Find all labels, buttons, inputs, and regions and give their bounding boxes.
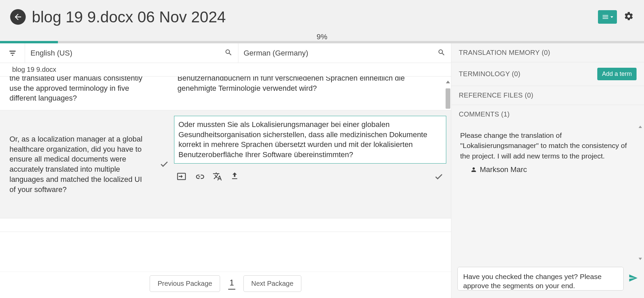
check-icon	[159, 159, 169, 169]
confirm-segment-button[interactable]	[434, 172, 444, 183]
comment-input-row	[451, 262, 644, 298]
scroll-thumb[interactable]	[446, 88, 450, 109]
reference-files-section[interactable]: REFERENCE FILES (0)	[451, 86, 644, 105]
comment-text: Please change the translation of "Lokali…	[460, 130, 635, 161]
comments-body: Please change the translation of "Lokali…	[451, 124, 644, 262]
comments-title: COMMENTS (1)	[459, 110, 510, 118]
comments-scrollbar[interactable]	[638, 126, 643, 260]
terminology-section[interactable]: TERMINOLOGY (0) Add a term	[451, 62, 644, 86]
segment-toolbar	[174, 172, 446, 183]
scroll-up-icon	[446, 81, 450, 83]
translation-memory-title: TRANSLATION MEMORY (0)	[459, 49, 550, 57]
editor-scrollbar[interactable]	[445, 80, 451, 281]
segment-row[interactable]	[0, 218, 451, 232]
segment-target-editor[interactable]: Oder mussten Sie als Lokalisierungsmanag…	[174, 116, 446, 164]
input-icon	[177, 172, 186, 181]
settings-button[interactable]	[624, 11, 634, 23]
menu-dropdown-button[interactable]	[598, 10, 617, 24]
search-icon	[224, 48, 233, 57]
check-icon	[434, 172, 444, 182]
segment-row[interactable]: the translated user manuals consistently…	[0, 77, 451, 110]
comments-section-header[interactable]: COMMENTS (1)	[451, 105, 644, 124]
segment-row-active[interactable]: Or, as a localization manager at a globa…	[0, 110, 451, 218]
terminology-title: TERMINOLOGY (0)	[459, 70, 520, 78]
insert-tag-button[interactable]	[177, 172, 186, 183]
translation-memory-section[interactable]: TRANSLATION MEMORY (0)	[451, 43, 644, 62]
segment-source-text: the translated user manuals consistently…	[0, 77, 156, 110]
filter-icon	[8, 49, 17, 57]
translate-icon	[213, 172, 222, 181]
back-button[interactable]	[10, 9, 26, 25]
next-package-button[interactable]: Next Package	[243, 275, 301, 292]
upload-button[interactable]	[230, 172, 239, 183]
pager-bar: Previous Package 1 Next Package	[0, 272, 451, 295]
target-language-cell: German (Germany)	[238, 43, 451, 63]
progress-percent-label: 9%	[317, 33, 327, 41]
segment-status-cell	[156, 110, 173, 218]
main-area: English (US) German (Germany) blog 19 9.…	[0, 43, 644, 298]
segment-status-cell	[156, 77, 173, 110]
scroll-up-icon	[639, 126, 642, 128]
reference-files-title: REFERENCE FILES (0)	[459, 91, 533, 99]
column-header-row: English (US) German (Germany)	[0, 43, 451, 63]
upload-icon	[230, 172, 239, 180]
side-panel: TRANSLATION MEMORY (0) TERMINOLOGY (0) A…	[451, 43, 644, 298]
menu-icon	[602, 13, 609, 21]
segment-target-cell: Benutzerhandbüchern in fünf verschiedene…	[173, 77, 451, 110]
scroll-down-icon	[639, 258, 642, 260]
progress-track	[0, 41, 644, 43]
file-name-label: blog 19 9.docx	[12, 66, 56, 73]
comment-author-name: Markson Marc	[480, 165, 527, 174]
comment-author-row: Markson Marc	[470, 165, 635, 174]
search-icon	[437, 48, 446, 57]
target-search-button[interactable]	[437, 48, 446, 58]
link-button[interactable]	[194, 172, 205, 183]
caret-down-icon	[610, 16, 613, 18]
link-icon	[194, 172, 205, 182]
gear-icon	[624, 11, 634, 21]
arrow-left-icon	[13, 12, 23, 22]
source-language-label: English (US)	[30, 49, 224, 58]
page-number[interactable]: 1	[228, 278, 235, 290]
source-search-button[interactable]	[224, 48, 233, 58]
target-language-label: German (Germany)	[244, 49, 438, 58]
person-icon	[470, 166, 477, 173]
segment-source-text: Or, as a localization manager at a globa…	[0, 110, 156, 218]
segment-target-text[interactable]: Benutzerhandbüchern in fünf verschiedene…	[174, 77, 446, 94]
progress-fill	[0, 41, 58, 43]
progress-bar-row: 9%	[0, 34, 644, 43]
editor-panel: English (US) German (Germany) blog 19 9.…	[0, 43, 451, 298]
file-name-row[interactable]: blog 19 9.docx	[0, 63, 451, 77]
source-language-cell: English (US)	[25, 43, 238, 63]
header-bar: blog 19 9.docx 06 Nov 2024	[0, 0, 644, 34]
comment-input[interactable]	[457, 267, 624, 291]
document-title: blog 19 9.docx 06 Nov 2024	[32, 8, 598, 26]
previous-package-button[interactable]: Previous Package	[150, 275, 220, 292]
send-comment-button[interactable]	[628, 273, 638, 284]
filter-button[interactable]	[0, 43, 25, 63]
add-term-button[interactable]: Add a term	[597, 68, 637, 80]
send-icon	[628, 273, 638, 283]
segment-target-cell: Oder mussten Sie als Lokalisierungsmanag…	[173, 110, 451, 218]
translate-button[interactable]	[213, 172, 222, 183]
segments-list: the translated user manuals consistently…	[0, 77, 451, 298]
